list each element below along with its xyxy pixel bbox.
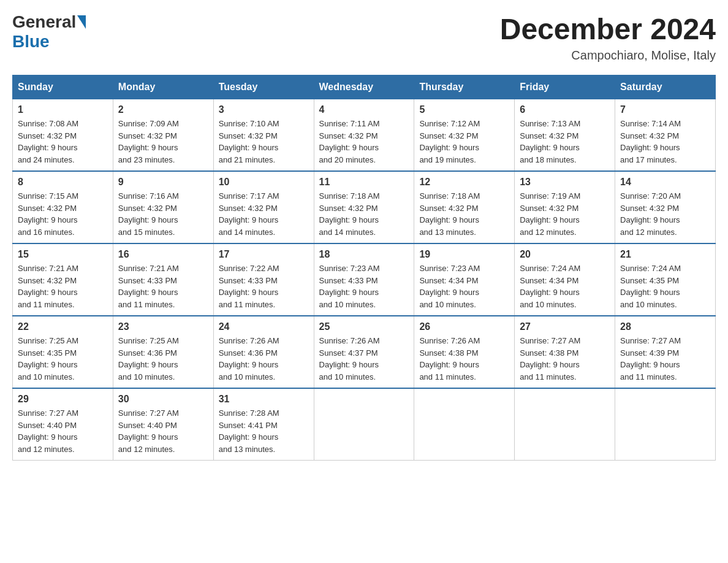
calendar-cell: 27Sunrise: 7:27 AMSunset: 4:38 PMDayligh… bbox=[515, 316, 615, 388]
weekday-header-sunday: Sunday bbox=[13, 75, 113, 99]
day-number: 28 bbox=[620, 321, 710, 332]
logo-blue-text: Blue bbox=[12, 32, 50, 52]
calendar-cell: 11Sunrise: 7:18 AMSunset: 4:32 PMDayligh… bbox=[314, 171, 414, 243]
calendar-week-row: 1Sunrise: 7:08 AMSunset: 4:32 PMDaylight… bbox=[13, 99, 716, 172]
day-info: Sunrise: 7:26 AMSunset: 4:36 PMDaylight:… bbox=[219, 335, 309, 383]
day-info: Sunrise: 7:25 AMSunset: 4:36 PMDaylight:… bbox=[118, 335, 208, 383]
day-number: 23 bbox=[118, 321, 208, 332]
day-info: Sunrise: 7:26 AMSunset: 4:38 PMDaylight:… bbox=[419, 335, 509, 383]
day-info: Sunrise: 7:11 AMSunset: 4:32 PMDaylight:… bbox=[319, 118, 409, 166]
day-info: Sunrise: 7:21 AMSunset: 4:32 PMDaylight:… bbox=[18, 262, 108, 310]
calendar-cell: 9Sunrise: 7:16 AMSunset: 4:32 PMDaylight… bbox=[113, 171, 213, 243]
calendar-table: SundayMondayTuesdayWednesdayThursdayFrid… bbox=[12, 75, 716, 461]
day-number: 6 bbox=[520, 104, 610, 115]
day-info: Sunrise: 7:27 AMSunset: 4:39 PMDaylight:… bbox=[620, 335, 710, 383]
calendar-cell: 29Sunrise: 7:27 AMSunset: 4:40 PMDayligh… bbox=[13, 388, 113, 461]
day-info: Sunrise: 7:20 AMSunset: 4:32 PMDaylight:… bbox=[620, 190, 710, 238]
day-info: Sunrise: 7:22 AMSunset: 4:33 PMDaylight:… bbox=[219, 262, 309, 310]
day-info: Sunrise: 7:21 AMSunset: 4:33 PMDaylight:… bbox=[118, 262, 208, 310]
day-info: Sunrise: 7:18 AMSunset: 4:32 PMDaylight:… bbox=[419, 190, 509, 238]
calendar-cell: 30Sunrise: 7:27 AMSunset: 4:40 PMDayligh… bbox=[113, 388, 213, 461]
day-info: Sunrise: 7:14 AMSunset: 4:32 PMDaylight:… bbox=[620, 118, 710, 166]
calendar-cell: 12Sunrise: 7:18 AMSunset: 4:32 PMDayligh… bbox=[414, 171, 515, 243]
day-number: 31 bbox=[219, 394, 309, 405]
location-subtitle: Campochiaro, Molise, Italy bbox=[500, 48, 716, 63]
calendar-cell: 23Sunrise: 7:25 AMSunset: 4:36 PMDayligh… bbox=[113, 316, 213, 388]
page-header: General Blue December 2024 Campochiaro, … bbox=[12, 12, 716, 63]
calendar-cell: 13Sunrise: 7:19 AMSunset: 4:32 PMDayligh… bbox=[515, 171, 615, 243]
calendar-cell bbox=[615, 388, 716, 461]
day-number: 4 bbox=[319, 104, 409, 115]
day-info: Sunrise: 7:23 AMSunset: 4:34 PMDaylight:… bbox=[419, 262, 509, 310]
day-info: Sunrise: 7:27 AMSunset: 4:38 PMDaylight:… bbox=[520, 335, 610, 383]
day-number: 29 bbox=[18, 394, 108, 405]
day-number: 7 bbox=[620, 104, 710, 115]
day-info: Sunrise: 7:15 AMSunset: 4:32 PMDaylight:… bbox=[18, 190, 108, 238]
day-number: 26 bbox=[419, 321, 509, 332]
day-number: 9 bbox=[118, 177, 208, 188]
day-info: Sunrise: 7:24 AMSunset: 4:35 PMDaylight:… bbox=[620, 262, 710, 310]
calendar-cell: 25Sunrise: 7:26 AMSunset: 4:37 PMDayligh… bbox=[314, 316, 414, 388]
logo-general-text: General bbox=[12, 12, 76, 32]
day-info: Sunrise: 7:17 AMSunset: 4:32 PMDaylight:… bbox=[219, 190, 309, 238]
weekday-header-row: SundayMondayTuesdayWednesdayThursdayFrid… bbox=[13, 75, 716, 99]
calendar-cell bbox=[314, 388, 414, 461]
weekday-header-wednesday: Wednesday bbox=[314, 75, 414, 99]
calendar-cell: 20Sunrise: 7:24 AMSunset: 4:34 PMDayligh… bbox=[515, 243, 615, 316]
day-info: Sunrise: 7:13 AMSunset: 4:32 PMDaylight:… bbox=[520, 118, 610, 166]
calendar-cell: 26Sunrise: 7:26 AMSunset: 4:38 PMDayligh… bbox=[414, 316, 515, 388]
calendar-cell: 21Sunrise: 7:24 AMSunset: 4:35 PMDayligh… bbox=[615, 243, 716, 316]
weekday-header-saturday: Saturday bbox=[615, 75, 716, 99]
logo-arrow-icon bbox=[77, 15, 86, 29]
logo: General bbox=[12, 12, 87, 32]
day-info: Sunrise: 7:08 AMSunset: 4:32 PMDaylight:… bbox=[18, 118, 108, 166]
day-number: 2 bbox=[118, 104, 208, 115]
calendar-cell: 14Sunrise: 7:20 AMSunset: 4:32 PMDayligh… bbox=[615, 171, 716, 243]
day-info: Sunrise: 7:28 AMSunset: 4:41 PMDaylight:… bbox=[219, 407, 309, 455]
day-info: Sunrise: 7:16 AMSunset: 4:32 PMDaylight:… bbox=[118, 190, 208, 238]
calendar-cell: 24Sunrise: 7:26 AMSunset: 4:36 PMDayligh… bbox=[213, 316, 314, 388]
day-number: 16 bbox=[118, 249, 208, 260]
day-number: 10 bbox=[219, 177, 309, 188]
day-info: Sunrise: 7:09 AMSunset: 4:32 PMDaylight:… bbox=[118, 118, 208, 166]
calendar-cell: 4Sunrise: 7:11 AMSunset: 4:32 PMDaylight… bbox=[314, 99, 414, 172]
calendar-cell: 8Sunrise: 7:15 AMSunset: 4:32 PMDaylight… bbox=[13, 171, 113, 243]
weekday-header-tuesday: Tuesday bbox=[213, 75, 314, 99]
day-number: 18 bbox=[319, 249, 409, 260]
calendar-cell: 7Sunrise: 7:14 AMSunset: 4:32 PMDaylight… bbox=[615, 99, 716, 172]
calendar-cell: 19Sunrise: 7:23 AMSunset: 4:34 PMDayligh… bbox=[414, 243, 515, 316]
calendar-cell: 1Sunrise: 7:08 AMSunset: 4:32 PMDaylight… bbox=[13, 99, 113, 172]
calendar-cell: 6Sunrise: 7:13 AMSunset: 4:32 PMDaylight… bbox=[515, 99, 615, 172]
day-number: 20 bbox=[520, 249, 610, 260]
title-area: December 2024 Campochiaro, Molise, Italy bbox=[500, 12, 716, 63]
day-info: Sunrise: 7:24 AMSunset: 4:34 PMDaylight:… bbox=[520, 262, 610, 310]
day-number: 3 bbox=[219, 104, 309, 115]
calendar-cell: 5Sunrise: 7:12 AMSunset: 4:32 PMDaylight… bbox=[414, 99, 515, 172]
calendar-cell bbox=[414, 388, 515, 461]
day-number: 17 bbox=[219, 249, 309, 260]
day-number: 1 bbox=[18, 104, 108, 115]
logo-area: General Blue bbox=[12, 12, 87, 52]
day-info: Sunrise: 7:26 AMSunset: 4:37 PMDaylight:… bbox=[319, 335, 409, 383]
day-number: 5 bbox=[419, 104, 509, 115]
calendar-cell: 31Sunrise: 7:28 AMSunset: 4:41 PMDayligh… bbox=[213, 388, 314, 461]
day-number: 27 bbox=[520, 321, 610, 332]
calendar-cell: 15Sunrise: 7:21 AMSunset: 4:32 PMDayligh… bbox=[13, 243, 113, 316]
calendar-cell bbox=[515, 388, 615, 461]
day-info: Sunrise: 7:19 AMSunset: 4:32 PMDaylight:… bbox=[520, 190, 610, 238]
day-info: Sunrise: 7:18 AMSunset: 4:32 PMDaylight:… bbox=[319, 190, 409, 238]
day-info: Sunrise: 7:27 AMSunset: 4:40 PMDaylight:… bbox=[18, 407, 108, 455]
calendar-cell: 18Sunrise: 7:23 AMSunset: 4:33 PMDayligh… bbox=[314, 243, 414, 316]
day-number: 30 bbox=[118, 394, 208, 405]
weekday-header-thursday: Thursday bbox=[414, 75, 515, 99]
day-info: Sunrise: 7:23 AMSunset: 4:33 PMDaylight:… bbox=[319, 262, 409, 310]
day-number: 24 bbox=[219, 321, 309, 332]
calendar-cell: 16Sunrise: 7:21 AMSunset: 4:33 PMDayligh… bbox=[113, 243, 213, 316]
day-info: Sunrise: 7:12 AMSunset: 4:32 PMDaylight:… bbox=[419, 118, 509, 166]
weekday-header-friday: Friday bbox=[515, 75, 615, 99]
calendar-week-row: 15Sunrise: 7:21 AMSunset: 4:32 PMDayligh… bbox=[13, 243, 716, 316]
day-info: Sunrise: 7:27 AMSunset: 4:40 PMDaylight:… bbox=[118, 407, 208, 455]
calendar-cell: 28Sunrise: 7:27 AMSunset: 4:39 PMDayligh… bbox=[615, 316, 716, 388]
month-title: December 2024 bbox=[500, 12, 716, 46]
day-info: Sunrise: 7:10 AMSunset: 4:32 PMDaylight:… bbox=[219, 118, 309, 166]
